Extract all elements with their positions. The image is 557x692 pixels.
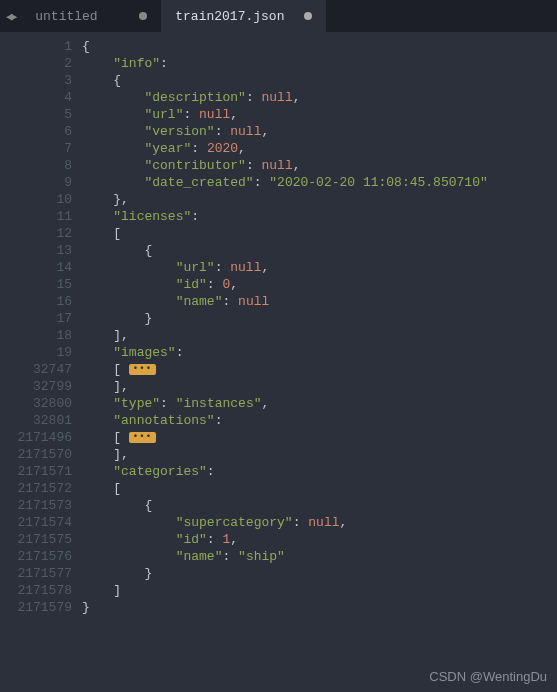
tab-bar: ◀ ▶ untitled train2017.json [0, 0, 557, 32]
code-line: "url": null, [82, 106, 557, 123]
code-line: "name": "ship" [82, 548, 557, 565]
tab-label: train2017.json [175, 9, 284, 24]
code-line: "annotations": [82, 412, 557, 429]
code-line: [ ••• [82, 361, 557, 378]
gutter-line: 32799 [0, 378, 72, 395]
code-line: { [82, 497, 557, 514]
code-line: "contributor": null, [82, 157, 557, 174]
gutter-line: 2171571 [0, 463, 72, 480]
code-line: } [82, 565, 557, 582]
gutter-line: 16 [0, 293, 72, 310]
gutter-line: 15 [0, 276, 72, 293]
gutter-line: 12 [0, 225, 72, 242]
gutter-line: 2171574 [0, 514, 72, 531]
code-line: "name": null [82, 293, 557, 310]
gutter-line: 2171572 [0, 480, 72, 497]
gutter-line: 2171573 [0, 497, 72, 514]
code-line: "type": "instances", [82, 395, 557, 412]
fold-marker-icon[interactable]: ••• [129, 364, 156, 375]
gutter-line: 7 [0, 140, 72, 157]
editor: 1234567891011121314151617181932747327993… [0, 32, 557, 692]
code-line: "id": 1, [82, 531, 557, 548]
gutter-line: 9 [0, 174, 72, 191]
code-line: "year": 2020, [82, 140, 557, 157]
gutter-line: 18 [0, 327, 72, 344]
gutter-line: 2171570 [0, 446, 72, 463]
code-line: ], [82, 378, 557, 395]
gutter-line: 32747 [0, 361, 72, 378]
dirty-indicator-icon [304, 12, 312, 20]
code-line: "date_created": "2020-02-20 11:08:45.850… [82, 174, 557, 191]
gutter-line: 19 [0, 344, 72, 361]
code-line: { [82, 242, 557, 259]
gutter-line: 2171579 [0, 599, 72, 616]
gutter-line: 8 [0, 157, 72, 174]
code-line: "info": [82, 55, 557, 72]
dirty-indicator-icon [139, 12, 147, 20]
gutter-line: 2171577 [0, 565, 72, 582]
gutter: 1234567891011121314151617181932747327993… [0, 32, 82, 692]
gutter-line: 2171578 [0, 582, 72, 599]
code-line: } [82, 310, 557, 327]
code-line: { [82, 72, 557, 89]
gutter-line: 17 [0, 310, 72, 327]
gutter-line: 3 [0, 72, 72, 89]
gutter-line: 13 [0, 242, 72, 259]
code-line: [ ••• [82, 429, 557, 446]
gutter-line: 32800 [0, 395, 72, 412]
watermark: CSDN @WentingDu [429, 669, 547, 684]
code-line: "licenses": [82, 208, 557, 225]
code-line: ], [82, 446, 557, 463]
code-line: } [82, 599, 557, 616]
gutter-line: 5 [0, 106, 72, 123]
tab-train2017-json[interactable]: train2017.json [161, 0, 326, 32]
code-line: "description": null, [82, 89, 557, 106]
nav-forward-icon[interactable]: ▶ [11, 10, 16, 23]
code-line: }, [82, 191, 557, 208]
gutter-line: 11 [0, 208, 72, 225]
nav-arrows: ◀ ▶ [0, 10, 21, 23]
gutter-line: 14 [0, 259, 72, 276]
code-line: ], [82, 327, 557, 344]
code-line: [ [82, 480, 557, 497]
fold-marker-icon[interactable]: ••• [129, 432, 156, 443]
code-line: { [82, 38, 557, 55]
code-line: [ [82, 225, 557, 242]
gutter-line: 2 [0, 55, 72, 72]
gutter-line: 32801 [0, 412, 72, 429]
code-line: "version": null, [82, 123, 557, 140]
code-line: "categories": [82, 463, 557, 480]
gutter-line: 4 [0, 89, 72, 106]
gutter-line: 10 [0, 191, 72, 208]
gutter-line: 6 [0, 123, 72, 140]
gutter-line: 2171576 [0, 548, 72, 565]
gutter-line: 2171496 [0, 429, 72, 446]
tab-label: untitled [35, 9, 97, 24]
code-line: "supercategory": null, [82, 514, 557, 531]
code-area[interactable]: { "info": { "description": null, "url": … [82, 32, 557, 692]
gutter-line: 1 [0, 38, 72, 55]
code-line: "id": 0, [82, 276, 557, 293]
tab-untitled[interactable]: untitled [21, 0, 161, 32]
code-line: "url": null, [82, 259, 557, 276]
code-line: "images": [82, 344, 557, 361]
gutter-line: 2171575 [0, 531, 72, 548]
code-line: ] [82, 582, 557, 599]
